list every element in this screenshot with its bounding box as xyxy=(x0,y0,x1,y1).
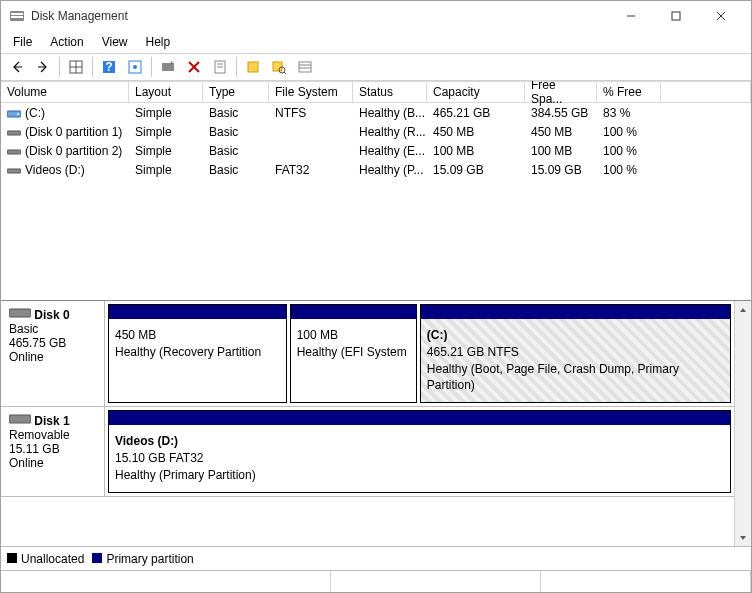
partition[interactable]: Videos (D:)15.10 GB FAT32Healthy (Primar… xyxy=(108,410,731,492)
refresh-button[interactable] xyxy=(156,55,180,79)
volume-layout: Simple xyxy=(129,106,203,120)
svg-rect-16 xyxy=(162,63,174,71)
scrollbar[interactable] xyxy=(734,301,751,546)
volume-layout: Simple xyxy=(129,125,203,139)
col-capacity[interactable]: Capacity xyxy=(427,81,525,103)
volume-list-header: Volume Layout Type File System Status Ca… xyxy=(1,81,751,103)
partition-size: 15.10 GB FAT32 xyxy=(115,451,204,465)
partition-status: Healthy (Boot, Page File, Crash Dump, Pr… xyxy=(427,362,679,393)
volume-list: Volume Layout Type File System Status Ca… xyxy=(1,81,751,301)
volume-icon xyxy=(7,108,21,118)
back-button[interactable] xyxy=(5,55,29,79)
scroll-down-icon[interactable] xyxy=(735,529,751,546)
partition-header xyxy=(291,305,416,319)
partition-header xyxy=(109,305,286,319)
close-button[interactable] xyxy=(698,2,743,30)
svg-point-30 xyxy=(17,113,19,115)
partition-size: 100 MB xyxy=(297,328,338,342)
new-button[interactable] xyxy=(241,55,265,79)
toolbar: ? xyxy=(1,53,751,81)
svg-rect-22 xyxy=(248,62,258,72)
svg-rect-4 xyxy=(672,12,680,20)
col-extra[interactable] xyxy=(661,81,751,103)
disk-size: 15.11 GB xyxy=(9,442,96,456)
partition-status: Healthy (EFI System xyxy=(297,345,407,359)
col-free[interactable]: Free Spa... xyxy=(525,81,597,103)
disk-label[interactable]: Disk 1Removable15.11 GBOnline xyxy=(1,407,105,495)
maximize-button[interactable] xyxy=(653,2,698,30)
volume-row[interactable]: (Disk 0 partition 2)SimpleBasicHealthy (… xyxy=(1,141,751,160)
disk-type: Removable xyxy=(9,428,96,442)
partition-title: (C:) xyxy=(427,328,448,342)
svg-point-15 xyxy=(133,65,137,69)
volume-pct: 100 % xyxy=(597,163,661,177)
volume-status: Healthy (R... xyxy=(353,125,427,139)
svg-rect-34 xyxy=(9,309,31,317)
volume-rows: (C:)SimpleBasicNTFSHealthy (B...465.21 G… xyxy=(1,103,751,179)
partition-status: Healthy (Recovery Partition xyxy=(115,345,261,359)
partition-body: Videos (D:)15.10 GB FAT32Healthy (Primar… xyxy=(109,425,730,491)
volume-free: 450 MB xyxy=(525,125,597,139)
col-status[interactable]: Status xyxy=(353,81,427,103)
disk-size: 465.75 GB xyxy=(9,336,96,350)
col-pct[interactable]: % Free xyxy=(597,81,661,103)
svg-rect-26 xyxy=(299,62,311,72)
volume-name: Videos (D:) xyxy=(25,163,85,177)
svg-rect-32 xyxy=(7,150,21,154)
volume-fs: NTFS xyxy=(269,106,353,120)
disk-label[interactable]: Disk 0Basic465.75 GBOnline xyxy=(1,301,105,406)
col-type[interactable]: Type xyxy=(203,81,269,103)
panes-button[interactable] xyxy=(64,55,88,79)
partition-header xyxy=(421,305,730,319)
volume-status: Healthy (E... xyxy=(353,144,427,158)
list-button[interactable] xyxy=(293,55,317,79)
forward-button[interactable] xyxy=(31,55,55,79)
volume-pct: 100 % xyxy=(597,144,661,158)
volume-row[interactable]: Videos (D:)SimpleBasicFAT32Healthy (P...… xyxy=(1,160,751,179)
partition[interactable]: 100 MBHealthy (EFI System xyxy=(290,304,417,403)
menu-view[interactable]: View xyxy=(94,33,136,51)
svg-rect-2 xyxy=(11,16,23,18)
volume-type: Basic xyxy=(203,106,269,120)
volume-pct: 83 % xyxy=(597,106,661,120)
menu-action[interactable]: Action xyxy=(42,33,91,51)
minimize-button[interactable] xyxy=(608,2,653,30)
partition-status: Healthy (Primary Partition) xyxy=(115,468,256,482)
disk-icon xyxy=(9,413,31,425)
disk-type: Basic xyxy=(9,322,96,336)
partition[interactable]: 450 MBHealthy (Recovery Partition xyxy=(108,304,287,403)
help-button[interactable]: ? xyxy=(97,55,121,79)
disk-partitions: 450 MBHealthy (Recovery Partition100 MBH… xyxy=(105,301,734,406)
status-bar xyxy=(1,570,751,592)
volume-capacity: 100 MB xyxy=(427,144,525,158)
volume-row[interactable]: (Disk 0 partition 1)SimpleBasicHealthy (… xyxy=(1,122,751,141)
partition[interactable]: (C:)465.21 GB NTFSHealthy (Boot, Page Fi… xyxy=(420,304,731,403)
volume-icon xyxy=(7,146,21,156)
col-volume[interactable]: Volume xyxy=(1,81,129,103)
properties-button[interactable] xyxy=(208,55,232,79)
primary-swatch xyxy=(92,553,102,563)
delete-button[interactable] xyxy=(182,55,206,79)
svg-rect-33 xyxy=(7,169,21,173)
svg-rect-23 xyxy=(273,62,282,71)
settings-button[interactable] xyxy=(123,55,147,79)
disk-rows: Disk 0Basic465.75 GBOnline450 MBHealthy … xyxy=(1,301,734,546)
volume-name: (C:) xyxy=(25,106,45,120)
volume-row[interactable]: (C:)SimpleBasicNTFSHealthy (B...465.21 G… xyxy=(1,103,751,122)
search-button[interactable] xyxy=(267,55,291,79)
col-fs[interactable]: File System xyxy=(269,81,353,103)
volume-capacity: 450 MB xyxy=(427,125,525,139)
volume-type: Basic xyxy=(203,144,269,158)
partition-body: 450 MBHealthy (Recovery Partition xyxy=(109,319,286,369)
title-bar: Disk Management xyxy=(1,1,751,31)
col-layout[interactable]: Layout xyxy=(129,81,203,103)
volume-type: Basic xyxy=(203,125,269,139)
scroll-up-icon[interactable] xyxy=(735,301,751,318)
volume-layout: Simple xyxy=(129,163,203,177)
menu-help[interactable]: Help xyxy=(138,33,179,51)
toolbar-separator xyxy=(92,57,93,77)
volume-free: 384.55 GB xyxy=(525,106,597,120)
partition-size: 465.21 GB NTFS xyxy=(427,345,519,359)
menu-file[interactable]: File xyxy=(5,33,40,51)
toolbar-separator xyxy=(151,57,152,77)
